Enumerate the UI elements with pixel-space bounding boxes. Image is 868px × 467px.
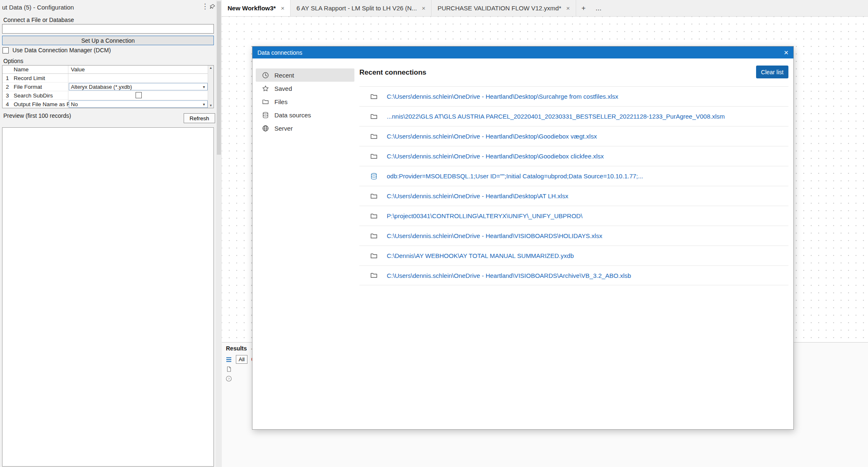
- connection-link[interactable]: C:\Users\dennis.schlein\OneDrive - Heart…: [387, 153, 604, 160]
- scroll-down-icon[interactable]: ▾: [208, 103, 213, 107]
- tab-close-icon[interactable]: ×: [281, 5, 284, 12]
- results-document-icon[interactable]: [225, 366, 232, 372]
- connection-row[interactable]: ...nnis\2022\GLS AT\GLS AUSTRIA PARCEL_2…: [359, 106, 788, 126]
- connection-row[interactable]: C:\Users\dennis.schlein\OneDrive - Heart…: [359, 186, 788, 206]
- connection-link[interactable]: C:\Users\dennis.schlein\OneDrive - Heart…: [387, 93, 618, 100]
- connection-link[interactable]: C:\Users\dennis.schlein\OneDrive - Heart…: [387, 232, 602, 239]
- folder-icon: [262, 98, 269, 105]
- recent-connections-heading: Recent connections: [359, 68, 427, 77]
- folder-icon: [370, 133, 378, 140]
- tab-close-icon[interactable]: ×: [422, 5, 426, 12]
- results-all-filter-button[interactable]: All: [236, 355, 247, 364]
- connection-link[interactable]: C:\Users\dennis.schlein\OneDrive - Heart…: [387, 192, 568, 199]
- folder-icon: [370, 93, 378, 100]
- workflow-tab-bar: New Workflow3* × 6 AY SLA Rapport - LM S…: [222, 0, 868, 17]
- database-icon: [262, 112, 269, 119]
- svg-text:?: ?: [228, 377, 230, 381]
- folder-icon: [370, 192, 378, 200]
- kebab-menu-icon[interactable]: ⋮: [201, 3, 209, 10]
- folder-icon: [370, 113, 378, 120]
- options-row: 4 Output File Name as Field No▾: [2, 100, 213, 108]
- connection-row[interactable]: C:\Users\dennis.schlein\OneDrive - Heart…: [359, 126, 788, 146]
- options-row: 2 File Format Alteryx Database (*.yxdb)▾: [2, 83, 213, 91]
- options-table-header: Name Value: [2, 66, 213, 74]
- option-value-dropdown[interactable]: No▾: [69, 100, 208, 108]
- dcm-label: Use Data Connection Manager (DCM): [12, 47, 111, 54]
- configuration-panel: ut Data (5) - Configuration ⋮ Connect a …: [0, 0, 216, 467]
- dialog-nav: Recent Saved Files Data sources Server: [256, 68, 354, 135]
- tab-overflow-button[interactable]: ...: [591, 0, 606, 16]
- new-workflow-tab-button[interactable]: +: [576, 0, 591, 16]
- scroll-up-icon[interactable]: ▴: [208, 66, 213, 70]
- clear-list-button[interactable]: Clear list: [756, 66, 788, 78]
- connection-link[interactable]: C:\Users\dennis.schlein\OneDrive - Heart…: [387, 133, 597, 140]
- folder-icon: [370, 232, 378, 240]
- pin-icon[interactable]: [209, 4, 216, 10]
- preview-label: Preview (first 100 records): [3, 112, 71, 119]
- database-icon: [370, 173, 378, 180]
- dialog-nav-recent[interactable]: Recent: [256, 68, 354, 82]
- dcm-checkbox[interactable]: [2, 47, 9, 54]
- options-label: Options: [3, 58, 23, 64]
- connections-list: C:\Users\dennis.schlein\OneDrive - Heart…: [359, 86, 788, 285]
- connection-row[interactable]: C:\Dennis\AY WEBHOOK\AY TOTAL MANUAL SUM…: [359, 246, 788, 265]
- connection-link[interactable]: ...nnis\2022\GLS AT\GLS AUSTRIA PARCEL_2…: [387, 113, 725, 120]
- tab-label: New Workflow3*: [228, 5, 276, 12]
- options-row: 1 Record Limit: [2, 74, 213, 83]
- connect-file-label: Connect a File or Database: [3, 17, 74, 23]
- tab-strip: New Workflow3* × 6 AY SLA Rapport - LM S…: [222, 0, 576, 16]
- globe-icon: [262, 125, 269, 132]
- workflow-tab-1[interactable]: New Workflow3* ×: [222, 0, 291, 16]
- workflow-tab-3[interactable]: PURCHASE VALIDATION FLOW V12.yxmd* ×: [432, 0, 576, 16]
- connection-link[interactable]: P:\project00341\CONTROLLING\ALTERYX\UNIF…: [387, 212, 582, 219]
- option-value-checkbox[interactable]: [136, 92, 142, 98]
- results-title: Results: [226, 345, 247, 352]
- setup-connection-button[interactable]: Set Up a Connection: [2, 36, 214, 45]
- connection-row[interactable]: odb:Provider=MSOLEDBSQL.1;User ID="";Ini…: [359, 166, 788, 186]
- dialog-titlebar: Data connections ×: [252, 46, 793, 58]
- options-table-scrollbar[interactable]: ▴ ▾: [208, 66, 213, 108]
- dialog-close-icon[interactable]: ×: [784, 49, 788, 56]
- dialog-nav-data-sources[interactable]: Data sources: [256, 108, 354, 122]
- tab-close-icon[interactable]: ×: [566, 5, 570, 12]
- connection-row[interactable]: C:\Users\dennis.schlein\OneDrive - Heart…: [359, 86, 788, 106]
- dcm-row: Use Data Connection Manager (DCM): [2, 47, 111, 54]
- results-help-icon[interactable]: ?: [225, 375, 232, 382]
- folder-icon: [370, 153, 378, 160]
- configuration-title: ut Data (5) - Configuration: [2, 4, 74, 11]
- scrollbar-thumb[interactable]: [217, 1, 221, 155]
- folder-icon: [370, 212, 378, 220]
- folder-icon: [370, 272, 378, 279]
- option-value-dropdown[interactable]: Alteryx Database (*.yxdb)▾: [69, 83, 208, 90]
- connection-row[interactable]: C:\Users\dennis.schlein\OneDrive - Heart…: [359, 146, 788, 166]
- dialog-nav-files[interactable]: Files: [256, 95, 354, 108]
- dialog-nav-saved[interactable]: Saved: [256, 82, 354, 95]
- tab-label: 6 AY SLA Rapport - LM Split to LH V26 (N…: [296, 5, 417, 12]
- dialog-body: Recent Saved Files Data sources Server R…: [252, 58, 793, 429]
- connection-link[interactable]: C:\Users\dennis.schlein\OneDrive - Heart…: [387, 272, 631, 279]
- connection-link[interactable]: odb:Provider=MSOLEDBSQL.1;User ID="";Ini…: [387, 173, 643, 180]
- results-list-icon[interactable]: [225, 356, 233, 363]
- data-connections-dialog: Data connections × Recent Saved Files Da…: [252, 46, 794, 430]
- dialog-title: Data connections: [257, 49, 302, 56]
- chevron-down-icon: ▾: [201, 85, 207, 89]
- refresh-button[interactable]: Refresh: [184, 113, 215, 123]
- clock-icon: [262, 72, 269, 79]
- options-value-header: Value: [71, 66, 85, 73]
- folder-icon: [370, 252, 378, 260]
- chevron-down-icon: ▾: [201, 102, 207, 107]
- options-rows: 1 Record Limit 2 File Format Alteryx Dat…: [2, 74, 213, 108]
- configuration-titlebar: ut Data (5) - Configuration ⋮: [0, 0, 216, 14]
- options-table: Name Value 1 Record Limit 2 File Format …: [2, 65, 214, 108]
- connection-link[interactable]: C:\Dennis\AY WEBHOOK\AY TOTAL MANUAL SUM…: [387, 252, 574, 259]
- connection-row[interactable]: C:\Users\dennis.schlein\OneDrive - Heart…: [359, 226, 788, 246]
- configuration-scrollbar[interactable]: [216, 0, 222, 467]
- connection-row[interactable]: C:\Users\dennis.schlein\OneDrive - Heart…: [359, 265, 788, 285]
- star-icon: [262, 85, 269, 92]
- connection-path-input[interactable]: [2, 24, 214, 34]
- connection-row[interactable]: P:\project00341\CONTROLLING\ALTERYX\UNIF…: [359, 206, 788, 226]
- options-name-header: Name: [14, 66, 29, 73]
- dialog-nav-server[interactable]: Server: [256, 122, 354, 135]
- tab-label: PURCHASE VALIDATION FLOW V12.yxmd*: [437, 5, 561, 12]
- workflow-tab-2[interactable]: 6 AY SLA Rapport - LM Split to LH V26 (N…: [291, 0, 432, 16]
